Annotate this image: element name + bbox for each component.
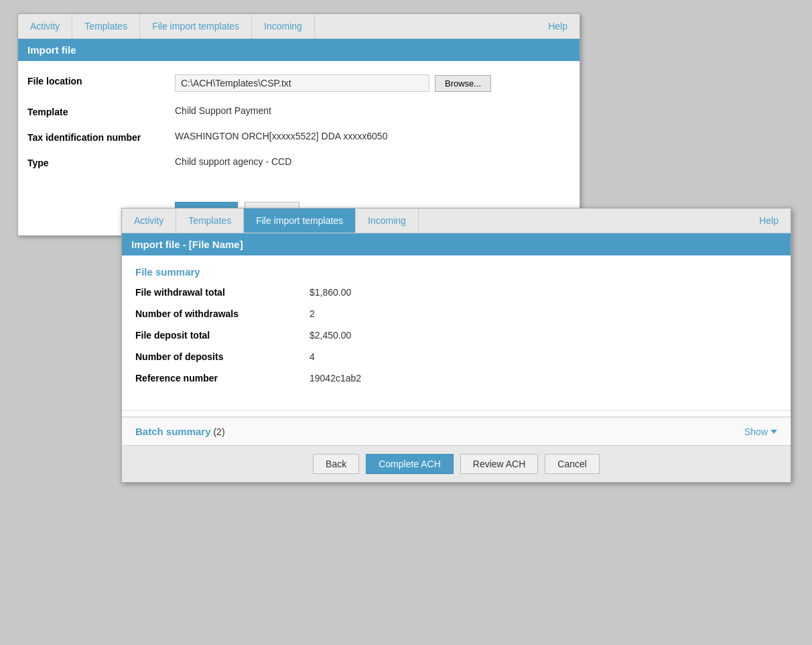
- tax-id-value: WASHINGTON ORCH[xxxxx5522] DDA xxxxx6050: [175, 131, 570, 141]
- browse-button[interactable]: Browse...: [435, 75, 491, 92]
- tab-bar-2: Activity Templates File import templates…: [122, 209, 791, 233]
- tax-id-label: Tax identification number: [27, 131, 175, 143]
- withdrawal-total-label: File withdrawal total: [135, 287, 310, 298]
- window1: Activity Templates File import templates…: [17, 13, 580, 236]
- section-header-2: Import file - [File Name]: [122, 233, 791, 255]
- summary-row-0: File withdrawal total $1,860.00: [135, 287, 777, 298]
- file-summary-section: File summary File withdrawal total $1,86…: [122, 255, 791, 405]
- show-batch-link[interactable]: Show: [744, 426, 777, 437]
- file-location-row: File location Browse...: [27, 74, 570, 92]
- file-location-input[interactable]: [175, 74, 429, 92]
- summary-row-3: Number of deposits 4: [135, 351, 777, 362]
- review-ach-button[interactable]: Review ACH: [460, 454, 539, 474]
- type-label: Type: [27, 156, 175, 168]
- help-link-2[interactable]: Help: [747, 209, 791, 233]
- withdrawal-total-value: $1,860.00: [310, 287, 351, 298]
- summary-row-2: File deposit total $2,450.00: [135, 330, 777, 341]
- num-deposits-value: 4: [310, 351, 315, 362]
- help-link-1[interactable]: Help: [536, 14, 580, 38]
- summary-row-4: Reference number 19042c1ab2: [135, 373, 777, 384]
- num-deposits-label: Number of deposits: [135, 351, 310, 362]
- deposit-total-label: File deposit total: [135, 330, 310, 341]
- num-withdrawals-value: 2: [310, 308, 315, 319]
- reference-number-label: Reference number: [135, 373, 310, 384]
- section-header-1: Import file: [18, 39, 580, 61]
- file-summary-title: File summary: [135, 266, 777, 278]
- tab-templates-2[interactable]: Templates: [176, 209, 244, 233]
- tab-templates-1[interactable]: Templates: [72, 14, 140, 38]
- template-value: Child Support Payment: [175, 105, 570, 116]
- type-row: Type Child support agency - CCD: [27, 156, 570, 168]
- template-label: Template: [27, 105, 175, 117]
- batch-summary-title: Batch summary: [135, 426, 211, 437]
- file-location-label: File location: [27, 74, 175, 86]
- action-bar-2: Back Complete ACH Review ACH Cancel: [122, 445, 791, 482]
- num-withdrawals-label: Number of withdrawals: [135, 308, 310, 319]
- page-container: Activity Templates File import templates…: [17, 13, 795, 617]
- summary-row-1: Number of withdrawals 2: [135, 308, 777, 319]
- chevron-down-icon: [770, 430, 777, 434]
- tax-id-row: Tax identification number WASHINGTON ORC…: [27, 131, 570, 143]
- tab-bar-1: Activity Templates File import templates…: [18, 14, 580, 39]
- tab-file-import-templates-2[interactable]: File import templates: [244, 209, 356, 233]
- tab-file-import-templates-1[interactable]: File import templates: [140, 14, 252, 38]
- template-row: Template Child Support Payment: [27, 105, 570, 117]
- tab-incoming-1[interactable]: Incoming: [252, 14, 315, 38]
- tab-activity-1[interactable]: Activity: [18, 14, 72, 38]
- back-button[interactable]: Back: [313, 454, 359, 474]
- deposit-total-value: $2,450.00: [310, 330, 351, 341]
- form-body-1: File location Browse... Template Child S…: [18, 61, 580, 195]
- section-divider: [122, 410, 791, 411]
- complete-ach-button[interactable]: Complete ACH: [366, 454, 454, 474]
- batch-title-container: Batch summary (2): [135, 426, 225, 437]
- tab-incoming-2[interactable]: Incoming: [356, 209, 419, 233]
- type-value: Child support agency - CCD: [175, 156, 570, 167]
- cancel-button-2[interactable]: Cancel: [545, 454, 600, 474]
- batch-count: (2): [213, 426, 224, 437]
- reference-number-value: 19042c1ab2: [310, 373, 361, 384]
- window2: Activity Templates File import templates…: [121, 208, 791, 483]
- batch-summary-section: Batch summary (2) Show: [122, 416, 791, 445]
- tab-activity-2[interactable]: Activity: [122, 209, 176, 233]
